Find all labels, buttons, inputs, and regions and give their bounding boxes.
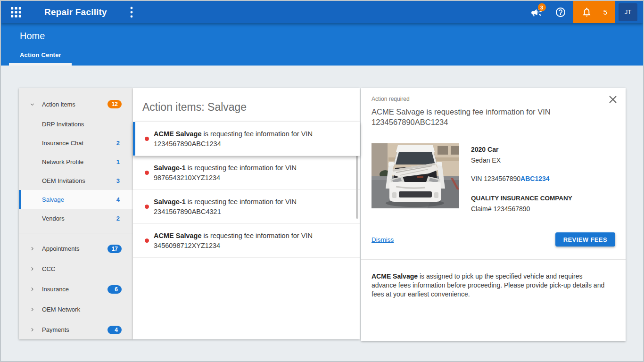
sidebar-group-label: Action items <box>42 101 107 108</box>
chevron-right-icon <box>29 266 36 272</box>
tab-action-center[interactable]: Action Center <box>20 51 61 58</box>
more-menu-button[interactable] <box>122 1 141 23</box>
avatar-initials: JT <box>625 8 631 16</box>
sidebar-item-label: Insurance Chat <box>42 140 116 147</box>
sidebar-item-label: Network Profile <box>42 158 116 165</box>
item-count: 2 <box>116 215 120 222</box>
list-item[interactable]: ACME Salvage is requesting fee informati… <box>133 224 360 258</box>
vehicle-summary: 2020 Car Sedan EX VIN 1234567890ABC1234 … <box>372 143 615 213</box>
app-title: Repair Facility <box>44 7 107 17</box>
count-badge: 4 <box>107 326 122 334</box>
sidebar-item-salvage[interactable]: Salvage 4 <box>19 190 133 209</box>
notifications-button[interactable]: 5 <box>573 1 615 23</box>
page-title: Home <box>20 31 45 41</box>
kebab-menu-icon <box>130 7 133 18</box>
bell-icon <box>581 7 592 17</box>
vehicle-info: 2020 Car Sedan EX VIN 1234567890ABC1234 … <box>471 143 572 213</box>
sidebar-item-label: DRP Invitations <box>42 121 120 128</box>
detail-description: ACME Salvage is assigned to pick up the … <box>372 272 608 299</box>
chevron-down-icon <box>29 101 36 107</box>
sidebar-item-insurance-chat[interactable]: Insurance Chat 2 <box>19 133 133 152</box>
insurance-company: QUALITY INSURANCE COMPANY <box>471 195 572 202</box>
sidebar-item-oem-invitations[interactable]: OEM Invitations 3 <box>19 171 133 190</box>
sidebar-item-label: Salvage <box>42 196 116 203</box>
item-count: 1 <box>116 158 120 165</box>
list-item-vin: 3456098712XYZ1234 <box>154 241 346 251</box>
dismiss-link[interactable]: Dismiss <box>372 236 394 243</box>
close-icon <box>609 95 617 104</box>
sidebar-group-label: CCC <box>42 265 122 272</box>
help-icon <box>555 7 566 18</box>
vehicle-trim: Sedan EX <box>471 156 572 164</box>
active-tab-indicator <box>9 63 72 66</box>
sidebar-group-payments[interactable]: Payments 4 <box>19 320 133 340</box>
sidebar-group-ccc[interactable]: CCC <box>19 259 133 279</box>
sidebar-group-label: Payments <box>42 326 107 333</box>
announcements-button[interactable]: 3 <box>523 1 550 23</box>
count-badge: 17 <box>107 245 122 253</box>
vehicle-vin: VIN 1234567890ABC1234 <box>471 175 572 182</box>
vehicle-photo <box>372 143 459 208</box>
unread-dot-icon <box>145 137 149 141</box>
chevron-right-icon <box>29 286 36 293</box>
list-item-text: Salvage-1 is requesting fee information … <box>154 197 346 207</box>
sidebar-divider <box>19 233 133 233</box>
list-item-text: ACME Salvage is requesting fee informati… <box>154 129 346 139</box>
app-window: Repair Facility 3 5 JT <box>0 0 644 362</box>
detail-title: ACME Salvage is requesting fee informati… <box>372 107 570 127</box>
close-button[interactable] <box>607 94 619 106</box>
sidebar-group-insurance[interactable]: Insurance 6 <box>19 279 133 299</box>
unread-dot-icon <box>145 239 149 243</box>
detail-eyebrow: Action required <box>372 96 615 102</box>
sidebar-group-action-items[interactable]: Action items 12 <box>19 94 133 115</box>
list-item[interactable]: Salvage-1 is requesting fee information … <box>133 156 360 190</box>
apps-grid-icon <box>11 7 21 17</box>
action-center-sidebar: Action items 12 DRP Invitations Insuranc… <box>19 88 133 339</box>
detail-divider <box>361 259 626 260</box>
sidebar-item-label: OEM Invitations <box>42 177 116 184</box>
vehicle-name: 2020 Car <box>471 146 572 153</box>
sidebar-item-drp-invitations[interactable]: DRP Invitations <box>19 115 133 133</box>
list-item[interactable]: ACME Salvage is requesting fee informati… <box>133 122 360 156</box>
unread-dot-icon <box>145 205 149 209</box>
list-item-text: ACME Salvage is requesting fee informati… <box>154 231 346 241</box>
sidebar-group-appointments[interactable]: Appointments 17 <box>19 239 133 259</box>
list-item-vin: 1234567890ABC1234 <box>154 139 346 149</box>
damaged-car-illustration <box>372 143 459 208</box>
unread-dot-icon <box>145 171 149 175</box>
user-avatar[interactable]: JT <box>619 3 637 21</box>
help-button[interactable] <box>550 1 571 23</box>
sidebar-group-label: Insurance <box>42 286 107 293</box>
claim-number: Claim# 1234567890 <box>471 205 572 213</box>
announcement-count-badge: 3 <box>538 3 546 11</box>
list-title: Action items: Salvage <box>133 88 360 122</box>
apps-grid-button[interactable] <box>6 1 26 23</box>
sidebar-group-label: Appointments <box>42 245 107 252</box>
action-items-list-panel: Action items: Salvage ACME Salvage is re… <box>133 88 360 339</box>
sidebar-group-oem-network[interactable]: OEM Network <box>19 299 133 320</box>
top-app-bar: Repair Facility 3 5 JT <box>1 1 643 23</box>
page-header: Home Action Center <box>1 23 643 66</box>
sidebar-item-vendors[interactable]: Vendors 2 <box>19 209 133 228</box>
count-badge: 12 <box>107 100 122 108</box>
item-count: 3 <box>116 177 120 184</box>
item-count: 4 <box>116 196 120 203</box>
action-detail-panel: Action required ACME Salvage is requesti… <box>361 88 626 341</box>
chevron-right-icon <box>29 306 36 313</box>
item-count: 2 <box>116 140 120 147</box>
chevron-right-icon <box>29 327 36 333</box>
detail-actions: Dismiss REVIEW FEES <box>372 232 615 247</box>
notification-count: 5 <box>603 8 607 16</box>
count-badge: 6 <box>107 285 122 294</box>
list-item-text: Salvage-1 is requesting fee information … <box>154 163 346 173</box>
sidebar-group-label: OEM Network <box>42 306 122 313</box>
tab-label: Action Center <box>20 51 61 58</box>
list-item-vin: 9876543210XYZ1234 <box>154 173 346 183</box>
list-item[interactable]: Salvage-1 is requesting fee information … <box>133 190 360 224</box>
chevron-right-icon <box>29 246 36 252</box>
sidebar-item-label: Vendors <box>42 215 116 222</box>
review-fees-button[interactable]: REVIEW FEES <box>555 232 615 247</box>
sidebar-item-network-profile[interactable]: Network Profile 1 <box>19 152 133 171</box>
list-item-vin: 2341567890ABC4321 <box>154 207 346 217</box>
